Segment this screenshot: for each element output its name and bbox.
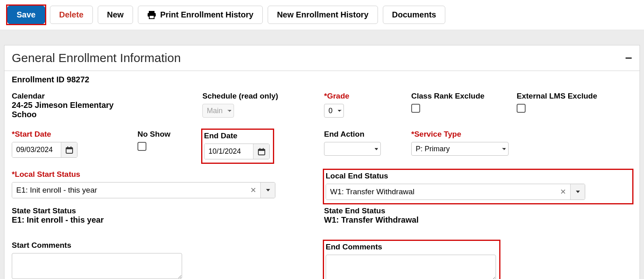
state-end-status-value: W1: Transfer Withdrawal bbox=[324, 215, 632, 225]
svg-rect-0 bbox=[149, 11, 155, 13]
end-date-calendar-button[interactable] bbox=[253, 144, 269, 159]
toolbar: Save Delete New Print Enrollment History… bbox=[0, 0, 644, 30]
clear-icon: ✕ bbox=[250, 186, 256, 194]
svg-rect-4 bbox=[66, 148, 73, 149]
collapse-toggle[interactable]: − bbox=[625, 51, 632, 65]
schedule-select: Main bbox=[202, 104, 234, 118]
start-date-label: *Start Date bbox=[12, 130, 137, 139]
print-button-label: Print Enrollment History bbox=[160, 10, 253, 19]
start-date-calendar-button[interactable] bbox=[61, 142, 77, 157]
grade-select[interactable]: 0 bbox=[324, 104, 344, 118]
service-type-select[interactable]: P: Primary bbox=[411, 142, 509, 156]
schedule-label: Schedule (read only) bbox=[202, 92, 324, 101]
external-lms-exclude-checkbox[interactable] bbox=[517, 104, 526, 113]
clear-icon: ✕ bbox=[560, 188, 566, 196]
start-date-input[interactable] bbox=[12, 142, 61, 157]
local-end-status-input[interactable] bbox=[326, 184, 556, 200]
local-end-status-dropdown-button[interactable] bbox=[570, 184, 585, 200]
end-date-label: End Date bbox=[204, 131, 270, 140]
no-show-label: No Show bbox=[137, 130, 202, 139]
calendar-icon bbox=[66, 146, 73, 154]
state-end-status-label: State End Status bbox=[324, 206, 632, 215]
svg-rect-2 bbox=[149, 15, 154, 19]
new-button[interactable]: New bbox=[98, 6, 133, 24]
end-action-select[interactable] bbox=[324, 142, 381, 156]
svg-rect-10 bbox=[263, 148, 264, 150]
state-start-status-value: E1: Init enroll - this year bbox=[12, 215, 324, 225]
enrollment-id: Enrollment ID 98272 bbox=[12, 75, 632, 84]
external-lms-exclude-label: External LMS Exclude bbox=[517, 92, 622, 101]
grade-label: *Grade bbox=[324, 92, 411, 101]
svg-rect-5 bbox=[67, 146, 68, 148]
print-enrollment-history-button[interactable]: Print Enrollment History bbox=[138, 6, 263, 24]
service-type-label: *Service Type bbox=[411, 130, 517, 139]
start-comments-textarea[interactable] bbox=[12, 253, 182, 279]
calendar-icon bbox=[258, 148, 265, 155]
new-enrollment-history-button[interactable]: New Enrollment History bbox=[268, 6, 378, 24]
chevron-down-icon bbox=[266, 189, 270, 191]
calendar-value: 24-25 Jimeson Elementary Schoo bbox=[12, 101, 137, 119]
local-end-status-label: Local End Status bbox=[326, 172, 629, 180]
chevron-down-icon bbox=[576, 191, 580, 193]
documents-button[interactable]: Documents bbox=[383, 6, 446, 24]
calendar-label: Calendar bbox=[12, 92, 137, 101]
svg-rect-9 bbox=[260, 148, 260, 150]
delete-button[interactable]: Delete bbox=[50, 6, 93, 24]
end-date-input[interactable] bbox=[204, 144, 253, 159]
svg-rect-6 bbox=[71, 146, 71, 148]
panel-title: General Enrollment Information bbox=[12, 51, 181, 65]
local-start-status-clear-button[interactable]: ✕ bbox=[246, 182, 260, 198]
class-rank-exclude-label: Class Rank Exclude bbox=[411, 92, 517, 101]
save-button[interactable]: Save bbox=[7, 6, 45, 24]
general-enrollment-panel: General Enrollment Information − Enrollm… bbox=[4, 45, 640, 279]
local-start-status-label: *Local Start Status bbox=[12, 170, 324, 179]
printer-icon bbox=[147, 11, 156, 19]
state-start-status-label: State Start Status bbox=[12, 206, 324, 215]
local-end-status-clear-button[interactable]: ✕ bbox=[556, 184, 570, 200]
class-rank-exclude-checkbox[interactable] bbox=[411, 104, 420, 113]
local-start-status-dropdown-button[interactable] bbox=[260, 182, 275, 198]
start-comments-label: Start Comments bbox=[12, 241, 324, 250]
end-action-label: End Action bbox=[324, 130, 411, 139]
local-start-status-input[interactable] bbox=[12, 182, 246, 198]
svg-rect-8 bbox=[258, 149, 265, 151]
end-comments-label: End Comments bbox=[326, 243, 496, 251]
no-show-checkbox[interactable] bbox=[137, 142, 146, 151]
end-comments-textarea[interactable] bbox=[326, 255, 496, 279]
